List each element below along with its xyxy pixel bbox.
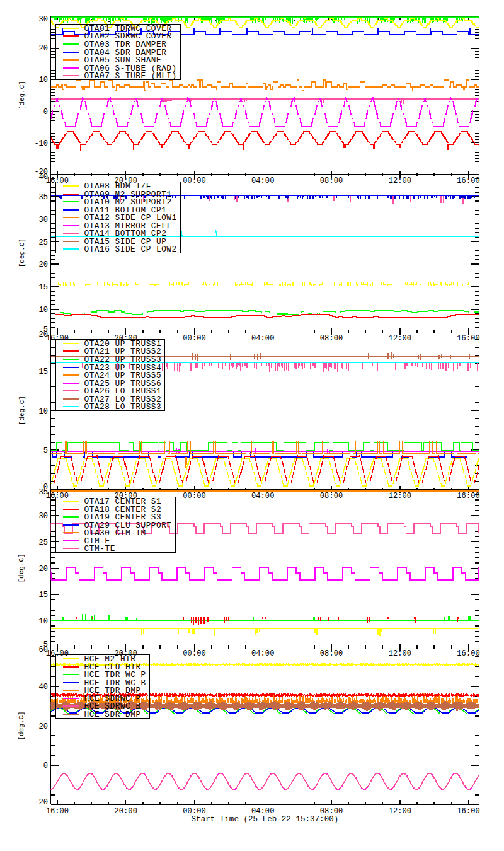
svg-text:16:00: 16:00: [46, 177, 69, 185]
svg-text:30: 30: [39, 216, 48, 224]
svg-text:12:00: 12:00: [389, 177, 411, 185]
svg-text:10: 10: [39, 407, 48, 416]
svg-text:40: 40: [39, 683, 48, 692]
svg-text:35: 35: [39, 488, 48, 497]
svg-text:20: 20: [39, 260, 48, 269]
svg-text:60: 60: [39, 645, 48, 654]
svg-text:15: 15: [39, 283, 48, 292]
svg-text:00:00: 00:00: [183, 334, 205, 343]
svg-text:30: 30: [39, 15, 48, 24]
svg-text:16:00: 16:00: [46, 649, 69, 658]
svg-text:00:00: 00:00: [183, 649, 205, 658]
svg-text:16:00: 16:00: [457, 807, 479, 816]
svg-text:00:00: 00:00: [183, 807, 205, 816]
svg-text:30: 30: [39, 512, 48, 521]
svg-text:16:00: 16:00: [46, 492, 69, 501]
svg-text:10: 10: [39, 617, 48, 626]
svg-text:OTA07 S-TUBE (MLI): OTA07 S-TUBE (MLI): [84, 71, 177, 81]
svg-text:16:00: 16:00: [457, 649, 479, 658]
svg-text:[deg.C]: [deg.C]: [18, 553, 26, 582]
svg-text:25: 25: [39, 538, 48, 547]
svg-text:20:00: 20:00: [115, 492, 137, 501]
svg-text:16:00: 16:00: [457, 492, 479, 501]
svg-text:08:00: 08:00: [320, 492, 343, 501]
svg-text:[deg.C]: [deg.C]: [18, 81, 26, 110]
svg-text:04:00: 04:00: [251, 177, 274, 185]
svg-text:08:00: 08:00: [320, 807, 343, 816]
svg-text:HCE SDR DMP: HCE SDR DMP: [84, 710, 141, 719]
svg-text:16:00: 16:00: [457, 177, 479, 185]
svg-text:08:00: 08:00: [320, 649, 343, 658]
svg-text:16:00: 16:00: [46, 334, 69, 343]
svg-text:OTA28 LO TRUSS3: OTA28 LO TRUSS3: [84, 402, 161, 412]
svg-text:25: 25: [39, 238, 48, 247]
svg-text:08:00: 08:00: [320, 334, 343, 343]
svg-text:15: 15: [39, 591, 48, 599]
svg-text:04:00: 04:00: [251, 492, 274, 501]
svg-text:[deg.C]: [deg.C]: [18, 711, 26, 740]
svg-text:12:00: 12:00: [389, 492, 411, 501]
svg-text:-20: -20: [34, 798, 48, 807]
svg-text:OTA16 SIDE CP LOW2: OTA16 SIDE CP LOW2: [84, 245, 177, 254]
svg-text:12:00: 12:00: [389, 334, 411, 343]
svg-text:16:00: 16:00: [46, 807, 69, 816]
svg-text:20: 20: [39, 44, 48, 53]
svg-text:0: 0: [43, 761, 48, 770]
svg-text:20:00: 20:00: [115, 807, 137, 816]
svg-text:10: 10: [39, 306, 48, 315]
svg-text:15: 15: [39, 368, 48, 376]
svg-text:16:00: 16:00: [457, 334, 479, 343]
svg-text:00:00: 00:00: [183, 177, 205, 185]
svg-text:5: 5: [43, 446, 48, 455]
svg-text:20: 20: [39, 330, 48, 339]
svg-text:[deg.C]: [deg.C]: [18, 396, 26, 425]
svg-text:12:00: 12:00: [389, 649, 411, 658]
svg-text:-10: -10: [34, 139, 48, 148]
svg-text:0: 0: [43, 108, 48, 117]
svg-text:20:00: 20:00: [115, 649, 137, 658]
svg-text:40: 40: [39, 173, 48, 182]
svg-text:04:00: 04:00: [251, 807, 274, 816]
svg-text:04:00: 04:00: [251, 649, 274, 658]
svg-text:CTM-TE: CTM-TE: [84, 544, 115, 553]
svg-text:20:00: 20:00: [115, 334, 137, 343]
svg-text:12:00: 12:00: [389, 807, 411, 816]
svg-text:Start Time (25-Feb-22 15:37:00: Start Time (25-Feb-22 15:37:00): [192, 815, 339, 824]
svg-text:04:00: 04:00: [251, 334, 274, 343]
svg-text:10: 10: [39, 76, 48, 84]
svg-text:08:00: 08:00: [320, 177, 343, 185]
svg-text:20: 20: [39, 722, 48, 731]
svg-text:20:00: 20:00: [115, 177, 137, 185]
svg-text:20: 20: [39, 565, 48, 574]
svg-text:35: 35: [39, 193, 48, 202]
svg-text:00:00: 00:00: [183, 492, 205, 501]
svg-text:[deg.C]: [deg.C]: [18, 238, 26, 267]
